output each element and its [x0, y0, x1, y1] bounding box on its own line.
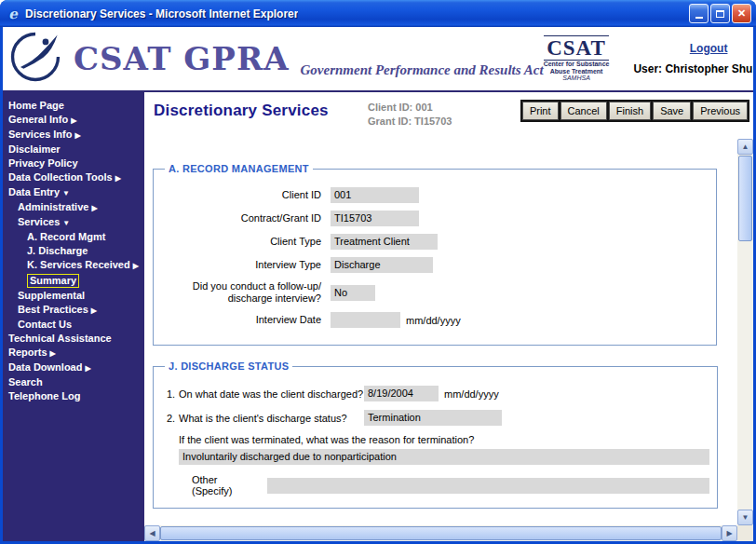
action-button-bar: Print Cancel Finish Save Previous — [520, 100, 749, 122]
sidebar-item-label: Technical Assistance — [8, 333, 112, 344]
field-row-followup-interview: Did you conduct a follow-up/ discharge i… — [161, 280, 709, 305]
window-title: Discretionary Services - Microsoft Inter… — [25, 7, 298, 20]
field-label: Interview Type — [161, 259, 331, 271]
scroll-up-button[interactable]: ▲ — [737, 139, 753, 155]
sidebar-item-label: Administrative — [18, 201, 88, 212]
form-scroll-area: A. RECORD MANAGEMENT Client ID 001 Contr… — [144, 139, 737, 525]
sidebar-item-data-entry[interactable]: Data Entry▼ — [3, 185, 144, 200]
date-format-hint: mm/dd/yyyy — [444, 388, 499, 400]
scroll-right-button[interactable]: ▶ — [722, 525, 737, 541]
sidebar-item-technical-assistance[interactable]: Technical Assistance — [3, 332, 144, 346]
sidebar-item-telephone-log[interactable]: Telephone Log — [3, 389, 144, 403]
sidebar-item-label: Telephone Log — [8, 390, 80, 401]
question-1-text: On what date was the client discharged? — [179, 388, 364, 400]
sidebar-item-contact-us[interactable]: Contact Us — [3, 318, 144, 332]
maximize-icon — [716, 10, 724, 18]
sidebar-item-label: Privacy Policy — [8, 157, 78, 169]
discharge-status-field[interactable]: Termination — [364, 410, 502, 426]
app-tagline: Government Performance and Results Act — [301, 62, 544, 78]
minimize-button[interactable] — [689, 4, 709, 23]
interview-date-field[interactable] — [331, 312, 400, 328]
vertical-scrollbar[interactable]: ▲ ▼ — [737, 139, 753, 525]
sidebar-item-privacy-policy[interactable]: Privacy Policy — [3, 156, 144, 170]
client-id-field[interactable]: 001 — [331, 187, 419, 203]
arrow-up-icon: ▲ — [742, 143, 749, 151]
other-specify-label: Other (Specify) — [192, 474, 260, 496]
csat-logo: CSAT Center for Substance Abuse Treatmen… — [544, 35, 610, 82]
sidebar-item-label: J. Discharge — [27, 245, 88, 256]
sidebar-item-label: Best Practices — [18, 304, 88, 315]
horizontal-scroll-thumb[interactable] — [160, 526, 722, 540]
close-button[interactable]: ✕ — [732, 4, 751, 23]
previous-button[interactable]: Previous — [693, 102, 748, 120]
submenu-expanded-icon: ▼ — [62, 219, 70, 227]
field-label: Contract/Grant ID — [161, 212, 331, 224]
sidebar-item-summary[interactable]: Summary — [3, 273, 144, 289]
field-row-interview-date: Interview Date mm/dd/yyyy — [161, 312, 709, 328]
sidebar-item-data-collection-tools[interactable]: Data Collection Tools▶ — [3, 170, 144, 185]
sidebar-item-label: Services — [18, 216, 60, 227]
submenu-arrow-icon: ▶ — [74, 131, 80, 140]
sidebar-item-services[interactable]: Services▼ — [3, 215, 144, 230]
sidebar-item-label: Data Entry — [8, 186, 60, 197]
sidebar-item-general-info[interactable]: General Info▶ — [3, 113, 144, 128]
contract-grant-id-field[interactable]: TI15703 — [331, 211, 419, 226]
arrow-down-icon: ▼ — [742, 514, 749, 522]
logout-link[interactable]: Logout — [690, 42, 728, 55]
followup-interview-field[interactable]: No — [331, 285, 375, 301]
current-page-highlight: Summary — [27, 274, 79, 288]
sidebar-item-search[interactable]: Search — [3, 375, 144, 389]
sidebar-item-label: Home Page — [8, 100, 64, 111]
csat-logo-sub1: Center for Substance — [544, 61, 610, 68]
sidebar-item-services-info[interactable]: Services Info▶ — [3, 128, 144, 143]
discharge-date-field[interactable]: 8/19/2004 — [364, 386, 439, 401]
sidebar-item-label: Reports — [8, 347, 47, 358]
header-right: Logout User: Christopher Shumway — [633, 42, 753, 75]
sidebar-item-home-page[interactable]: Home Page — [3, 99, 144, 113]
other-specify-field[interactable] — [267, 478, 709, 494]
csat-logo-samhsa: SAMHSA — [544, 75, 610, 82]
termination-reason-label: If the client was terminated, what was t… — [179, 434, 709, 445]
sidebar-item-administrative[interactable]: Administrative▶ — [3, 200, 144, 215]
section-j-legend: J. DISCHARGE STATUS — [165, 360, 292, 372]
maximize-button[interactable] — [710, 4, 730, 23]
field-label: Client ID — [161, 189, 331, 201]
hhs-eagle-logo — [10, 32, 61, 86]
body: Home Page General Info▶ Services Info▶ D… — [3, 92, 753, 541]
vertical-scroll-thumb[interactable] — [738, 156, 752, 241]
sidebar-item-disclaimer[interactable]: Disclaimer — [3, 143, 144, 156]
sidebar-item-k-services-received[interactable]: K. Services Received▶ — [3, 258, 144, 273]
main-header: Discretionary Services Client ID: 001 Gr… — [144, 92, 753, 139]
interview-type-field[interactable]: Discharge — [331, 257, 433, 273]
scroll-left-button[interactable]: ◀ — [144, 525, 160, 541]
sidebar-item-label: K. Services Received — [27, 259, 130, 270]
field-row-client-id: Client ID 001 — [161, 187, 709, 203]
finish-button[interactable]: Finish — [609, 102, 651, 120]
print-button[interactable]: Print — [522, 102, 559, 120]
sidebar-item-data-download[interactable]: Data Download▶ — [3, 360, 144, 375]
csat-logo-name: CSAT — [544, 35, 610, 61]
question-number: 2. — [167, 413, 179, 424]
window-controls: ✕ — [689, 4, 751, 23]
sidebar-item-reports[interactable]: Reports▶ — [3, 346, 144, 360]
question-2-row: 2. What is the client's discharge status… — [167, 410, 709, 426]
sidebar-item-supplemental[interactable]: Supplemental — [3, 289, 144, 303]
termination-reason-field[interactable]: Involuntarily discharged due to nonparti… — [179, 449, 709, 465]
question-1-row: 1. On what date was the client discharge… — [167, 386, 709, 401]
submenu-arrow-icon: ▶ — [91, 306, 97, 315]
sidebar-item-j-discharge[interactable]: J. Discharge — [3, 244, 144, 258]
sidebar-item-label: Search — [8, 376, 43, 388]
sidebar-item-best-practices[interactable]: Best Practices▶ — [3, 303, 144, 318]
internet-explorer-icon[interactable]: e — [6, 7, 20, 21]
client-type-field[interactable]: Treatment Client — [331, 234, 438, 250]
sidebar-item-label: Data Collection Tools — [8, 171, 113, 183]
horizontal-scrollbar[interactable]: ◀ ▶ — [144, 525, 737, 541]
field-row-client-type: Client Type Treatment Client — [161, 234, 709, 250]
sidebar-item-a-record-mgmt[interactable]: A. Record Mgmt — [3, 230, 144, 244]
page-title: Discretionary Services — [154, 102, 329, 120]
section-discharge-status: J. DISCHARGE STATUS 1. On what date was … — [153, 360, 718, 509]
field-label: Interview Date — [161, 314, 331, 326]
save-button[interactable]: Save — [653, 102, 691, 120]
scroll-down-button[interactable]: ▼ — [737, 510, 753, 525]
cancel-button[interactable]: Cancel — [560, 102, 607, 120]
